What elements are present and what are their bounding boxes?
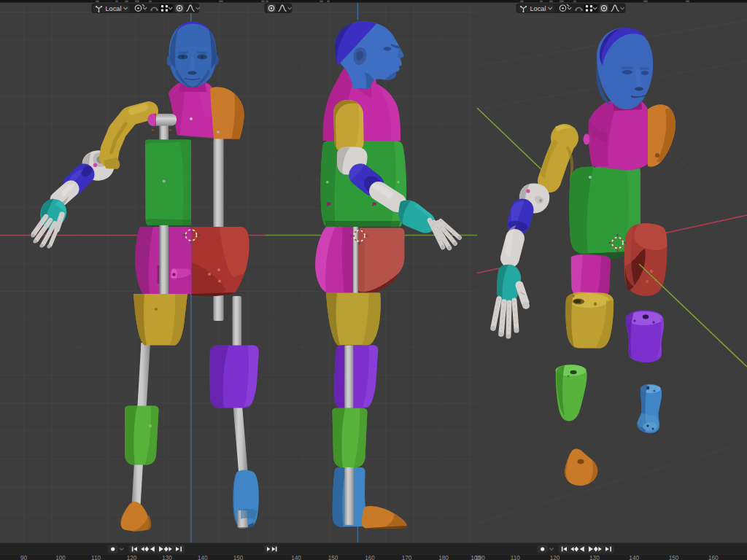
svg-text:150: 150 [328,555,338,560]
svg-text:180: 180 [438,555,449,560]
svg-text:140: 140 [291,555,301,560]
svg-text:Local: Local [106,5,122,12]
svg-text:90: 90 [20,555,28,560]
svg-text:130: 130 [589,555,600,560]
svg-text:130: 130 [162,555,172,560]
svg-text:140: 140 [629,555,639,560]
svg-text:120: 120 [127,555,137,560]
svg-text:100: 100 [55,555,66,560]
svg-text:160: 160 [708,555,719,560]
svg-text:150: 150 [669,555,679,560]
svg-text:160: 160 [365,555,375,560]
svg-text:110: 110 [511,555,520,560]
svg-text:140: 140 [198,555,208,560]
svg-text:120: 120 [550,555,560,560]
svg-text:100: 100 [471,555,481,560]
svg-text:Local: Local [530,5,546,12]
svg-text:110: 110 [91,555,101,560]
svg-text:170: 170 [402,555,412,560]
svg-text:150: 150 [233,555,244,560]
